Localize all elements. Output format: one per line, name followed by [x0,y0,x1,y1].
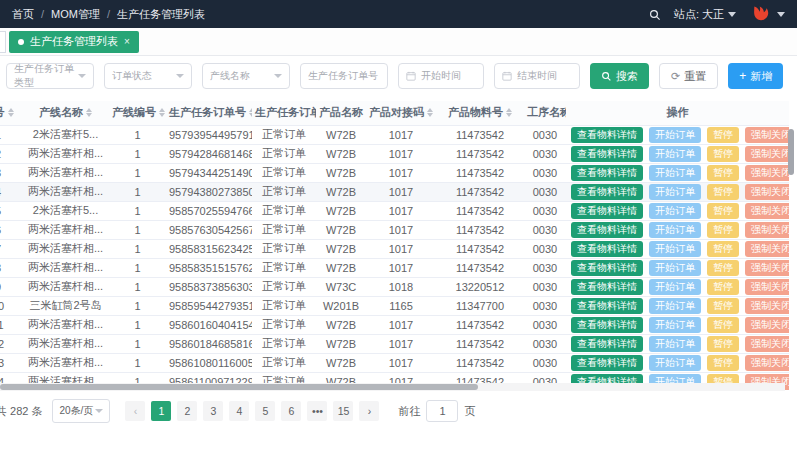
sort-icon[interactable] [249,108,252,117]
user-menu[interactable] [750,4,785,24]
view-order-button[interactable]: 查看物料详情 [571,298,643,314]
view-order-button[interactable]: 查看物料详情 [571,317,643,333]
next-page-button[interactable]: › [359,401,379,421]
column-header-seq[interactable]: 序号 [0,101,22,125]
start-order-button[interactable]: 开始订单 [649,279,701,295]
pause-order-button[interactable]: 暂停 [707,260,739,276]
view-order-button[interactable]: 查看物料详情 [571,222,643,238]
add-button[interactable]: + 新增 [728,63,783,89]
sort-asc-icon[interactable] [8,108,14,112]
column-header-product_name[interactable]: 产品名称 [316,101,366,125]
start-time-input[interactable]: 开始时间 [398,63,484,89]
view-order-button[interactable]: 查看物料详情 [571,336,643,352]
force-order-button[interactable]: 强制关闭 [745,336,789,352]
sort-asc-icon[interactable] [506,108,512,112]
pause-order-button[interactable]: 暂停 [707,336,739,352]
sort-icon[interactable] [86,108,92,117]
view-order-button[interactable]: 查看物料详情 [571,260,643,276]
start-order-button[interactable]: 开始订单 [649,317,701,333]
order-type-select[interactable]: 生产任务订单类型 [6,63,94,89]
force-order-button[interactable]: 强制关闭 [745,355,789,371]
breadcrumb-item[interactable]: MOM管理 [51,7,100,22]
page-number-button[interactable]: 15 [333,401,353,421]
search-button[interactable]: 搜索 [590,63,649,89]
view-order-button[interactable]: 查看物料详情 [571,279,643,295]
column-header-line_name[interactable]: 产线名称 [22,101,109,125]
sort-desc-icon[interactable] [86,113,92,117]
sort-icon[interactable] [159,108,165,117]
pause-order-button[interactable]: 暂停 [707,317,739,333]
pause-order-button[interactable]: 暂停 [707,146,739,162]
force-order-button[interactable]: 强制关闭 [745,279,789,295]
sort-desc-icon[interactable] [427,113,433,117]
start-order-button[interactable]: 开始订单 [649,355,701,371]
page-number-button[interactable]: 5 [255,401,275,421]
start-order-button[interactable]: 开始订单 [649,184,701,200]
pause-order-button[interactable]: 暂停 [707,165,739,181]
sort-asc-icon[interactable] [159,108,165,112]
close-icon[interactable]: × [124,36,130,47]
page-number-button[interactable]: 3 [203,401,223,421]
more-pages-button[interactable]: ••• [307,401,327,421]
start-order-button[interactable]: 开始订单 [649,146,701,162]
page-number-button[interactable]: 1 [151,401,171,421]
start-order-button[interactable]: 开始订单 [649,298,701,314]
horizontal-scrollbar-thumb[interactable] [0,384,478,390]
order-status-select[interactable]: 订单状态 [104,63,192,89]
start-order-button[interactable]: 开始订单 [649,127,701,143]
sort-icon[interactable] [8,108,14,117]
force-order-button[interactable]: 强制关闭 [745,203,789,219]
line-name-select[interactable]: 产线名称 [202,63,290,89]
view-order-button[interactable]: 查看物料详情 [571,165,643,181]
sort-desc-icon[interactable] [159,113,165,117]
column-header-order_no[interactable]: 生产任务订单号 [166,101,252,125]
view-order-button[interactable]: 查看物料详情 [571,355,643,371]
pause-order-button[interactable]: 暂停 [707,355,739,371]
page-number-button[interactable]: 2 [177,401,197,421]
view-order-button[interactable]: 查看物料详情 [571,127,643,143]
start-order-button[interactable]: 开始订单 [649,260,701,276]
sort-asc-icon[interactable] [427,108,433,112]
tab-production-task-list[interactable]: 生产任务管理列表 × [9,31,139,53]
start-order-button[interactable]: 开始订单 [649,336,701,352]
start-order-button[interactable]: 开始订单 [649,241,701,257]
pause-order-button[interactable]: 暂停 [707,241,739,257]
view-order-button[interactable]: 查看物料详情 [571,203,643,219]
breadcrumb-item[interactable]: 生产任务管理列表 [117,7,205,22]
sort-icon[interactable] [506,108,512,117]
sort-asc-icon[interactable] [249,108,252,112]
sort-icon[interactable] [427,108,433,117]
view-order-button[interactable]: 查看物料详情 [571,146,643,162]
view-order-button[interactable]: 查看物料详情 [571,184,643,200]
pause-order-button[interactable]: 暂停 [707,127,739,143]
sort-desc-icon[interactable] [506,113,512,117]
force-order-button[interactable]: 强制关闭 [745,146,789,162]
vertical-scrollbar-thumb[interactable] [788,129,794,175]
start-order-button[interactable]: 开始订单 [649,222,701,238]
pause-order-button[interactable]: 暂停 [707,222,739,238]
breadcrumb-item[interactable]: 首页 [12,7,34,22]
sort-desc-icon[interactable] [8,113,14,117]
page-number-button[interactable]: 6 [281,401,301,421]
view-order-button[interactable]: 查看物料详情 [571,241,643,257]
pause-order-button[interactable]: 暂停 [707,298,739,314]
force-order-button[interactable]: 强制关闭 [745,241,789,257]
force-order-button[interactable]: 强制关闭 [745,165,789,181]
force-order-button[interactable]: 强制关闭 [745,127,789,143]
column-header-material_no[interactable]: 产品物料号 [436,101,524,125]
pause-order-button[interactable]: 暂停 [707,279,739,295]
column-header-process_name[interactable]: 工序名称 [524,101,566,125]
site-selector[interactable]: 站点: 大正 [674,7,736,22]
start-order-button[interactable]: 开始订单 [649,203,701,219]
page-number-button[interactable]: 4 [229,401,249,421]
vertical-scrollbar[interactable] [788,127,794,383]
prev-page-button[interactable]: ‹ [125,401,145,421]
force-order-button[interactable]: 强制关闭 [745,260,789,276]
reset-button[interactable]: ⟳ 重置 [659,63,718,89]
order-no-input[interactable]: 生产任务订单号 [300,63,388,89]
sort-asc-icon[interactable] [86,108,92,112]
page-size-select[interactable]: 20条/页 [52,399,110,423]
column-header-line_no[interactable]: 产线编号 [109,101,166,125]
force-order-button[interactable]: 强制关闭 [745,317,789,333]
pause-order-button[interactable]: 暂停 [707,203,739,219]
